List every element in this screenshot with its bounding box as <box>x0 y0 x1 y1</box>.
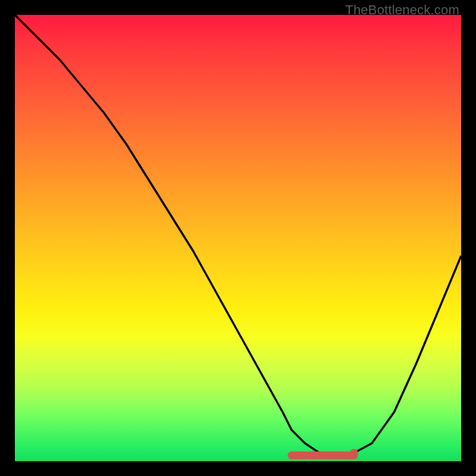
bottleneck-curve <box>15 15 461 456</box>
curve-layer <box>15 15 461 461</box>
chart-frame: TheBottleneck.com <box>0 0 476 476</box>
plot-area <box>15 15 461 461</box>
minimum-dot <box>350 449 358 458</box>
